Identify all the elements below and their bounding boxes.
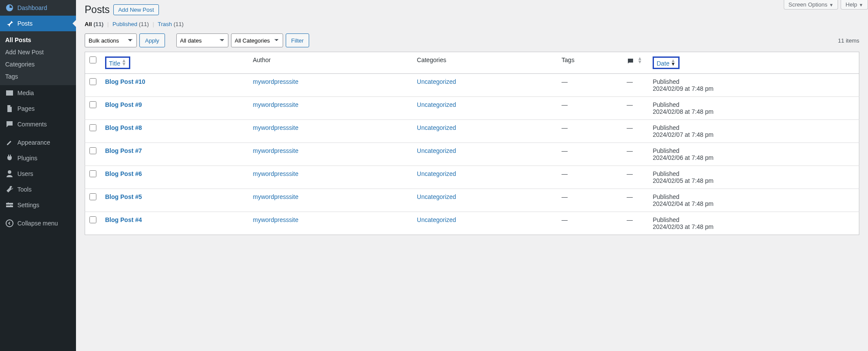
sidebar-sub-item-categories[interactable]: Categories — [0, 58, 76, 70]
comments-cell: — — [622, 120, 648, 143]
screen-options-button[interactable]: Screen Options▼ — [784, 0, 838, 10]
comments-icon — [627, 57, 634, 66]
author-link[interactable]: mywordpresssite — [253, 147, 298, 154]
row-checkbox[interactable] — [89, 147, 96, 154]
sidebar-item-dashboard[interactable]: Dashboard — [0, 0, 76, 16]
chevron-down-icon: ▼ — [859, 3, 863, 7]
sidebar-item-posts[interactable]: Posts — [0, 16, 76, 31]
author-link[interactable]: mywordpresssite — [253, 78, 298, 85]
sidebar-sub-item-all-posts[interactable]: All Posts — [0, 34, 76, 46]
date-cell: Published2024/02/06 at 7:48 pm — [648, 143, 859, 166]
add-new-post-button[interactable]: Add New Post — [113, 4, 158, 15]
tags-cell: — — [557, 189, 622, 212]
column-author: Author — [248, 52, 413, 74]
filter-button[interactable]: Filter — [286, 33, 310, 47]
tags-cell: — — [557, 143, 622, 166]
comments-cell: — — [622, 74, 648, 97]
post-title-link[interactable]: Blog Post #4 — [105, 216, 142, 223]
bulk-actions-select[interactable]: Bulk actions — [85, 33, 137, 47]
row-checkbox[interactable] — [89, 78, 96, 85]
sidebar-item-pages[interactable]: Pages — [0, 101, 76, 116]
filter-trash[interactable]: Trash — [158, 21, 172, 27]
category-link[interactable]: Uncategorized — [417, 124, 456, 131]
comments-cell: — — [622, 97, 648, 120]
screen-meta-links: Screen Options▼ Help▼ — [784, 0, 868, 10]
date-cell: Published2024/02/09 at 7:48 pm — [648, 74, 859, 97]
posts-table: Title▲▼ Author Categories Tags ▲▼ Date▲▼… — [85, 52, 859, 235]
sidebar-item-comments[interactable]: Comments — [0, 116, 76, 132]
sidebar-submenu: All PostsAdd New PostCategoriesTags — [0, 31, 76, 85]
sidebar-item-label: Comments — [17, 121, 47, 128]
comments-cell: — — [622, 189, 648, 212]
author-link[interactable]: mywordpresssite — [253, 216, 298, 223]
column-checkbox — [85, 52, 101, 74]
tags-cell: — — [557, 97, 622, 120]
tags-cell: — — [557, 120, 622, 143]
row-checkbox[interactable] — [89, 124, 96, 131]
collapse-icon — [5, 219, 14, 228]
appearance-icon — [5, 138, 14, 147]
sidebar-item-label: Tools — [17, 186, 32, 193]
post-title-link[interactable]: Blog Post #8 — [105, 124, 142, 131]
table-row: Blog Post #5mywordpresssiteUncategorized… — [85, 189, 859, 212]
sidebar-sub-item-tags[interactable]: Tags — [0, 70, 76, 83]
comments-cell: — — [622, 212, 648, 235]
column-tags: Tags — [557, 52, 622, 74]
author-link[interactable]: mywordpresssite — [253, 170, 298, 177]
tags-cell: — — [557, 212, 622, 235]
category-link[interactable]: Uncategorized — [417, 216, 456, 223]
category-link[interactable]: Uncategorized — [417, 78, 456, 85]
column-title[interactable]: Title▲▼ — [101, 52, 248, 74]
row-checkbox[interactable] — [89, 170, 96, 177]
filter-published[interactable]: Published — [112, 21, 137, 27]
filter-all[interactable]: All (11) — [85, 21, 103, 27]
apply-button[interactable]: Apply — [139, 33, 165, 47]
plugins-icon — [5, 154, 14, 162]
sidebar-item-plugins[interactable]: Plugins — [0, 150, 76, 166]
comments-cell: — — [622, 143, 648, 166]
comments-cell: — — [622, 166, 648, 189]
column-comments[interactable]: ▲▼ — [622, 52, 648, 74]
sidebar-sub-item-add-new-post[interactable]: Add New Post — [0, 46, 76, 58]
post-title-link[interactable]: Blog Post #10 — [105, 78, 145, 85]
category-link[interactable]: Uncategorized — [417, 170, 456, 177]
media-icon — [5, 89, 14, 97]
category-link[interactable]: Uncategorized — [417, 193, 456, 200]
category-link[interactable]: Uncategorized — [417, 101, 456, 108]
column-categories: Categories — [413, 52, 557, 74]
admin-sidebar: DashboardPostsAll PostsAdd New PostCateg… — [0, 0, 76, 351]
date-filter-select[interactable]: All dates — [176, 33, 228, 47]
row-checkbox[interactable] — [89, 193, 96, 200]
category-link[interactable]: Uncategorized — [417, 147, 456, 154]
table-row: Blog Post #9mywordpresssiteUncategorized… — [85, 97, 859, 120]
sidebar-item-label: Pages — [17, 105, 35, 112]
author-link[interactable]: mywordpresssite — [253, 101, 298, 108]
settings-icon — [5, 201, 14, 209]
sidebar-item-tools[interactable]: Tools — [0, 182, 76, 197]
post-title-link[interactable]: Blog Post #6 — [105, 170, 142, 177]
sidebar-item-media[interactable]: Media — [0, 85, 76, 101]
sidebar-item-label: Posts — [17, 20, 33, 27]
sidebar-item-appearance[interactable]: Appearance — [0, 135, 76, 150]
sort-icon: ▲▼ — [122, 59, 126, 66]
sidebar-item-settings[interactable]: Settings — [0, 197, 76, 213]
post-title-link[interactable]: Blog Post #7 — [105, 147, 142, 154]
row-checkbox[interactable] — [89, 101, 96, 108]
items-count: 11 items — [838, 37, 859, 44]
row-checkbox[interactable] — [89, 216, 96, 223]
column-date[interactable]: Date▲▼ — [648, 52, 859, 74]
date-cell: Published2024/02/08 at 7:48 pm — [648, 97, 859, 120]
sidebar-item-collapse-menu[interactable]: Collapse menu — [0, 215, 76, 231]
post-title-link[interactable]: Blog Post #9 — [105, 101, 142, 108]
author-link[interactable]: mywordpresssite — [253, 193, 298, 200]
category-filter-select[interactable]: All Categories — [231, 33, 283, 47]
select-all-checkbox[interactable] — [89, 56, 96, 63]
help-button[interactable]: Help▼ — [841, 0, 868, 10]
sort-icon: ▲▼ — [671, 59, 676, 66]
post-title-link[interactable]: Blog Post #5 — [105, 193, 142, 200]
author-link[interactable]: mywordpresssite — [253, 124, 298, 131]
sort-icon: ▲▼ — [637, 56, 642, 63]
chevron-down-icon: ▼ — [829, 3, 833, 7]
table-row: Blog Post #6mywordpresssiteUncategorized… — [85, 166, 859, 189]
sidebar-item-users[interactable]: Users — [0, 166, 76, 182]
